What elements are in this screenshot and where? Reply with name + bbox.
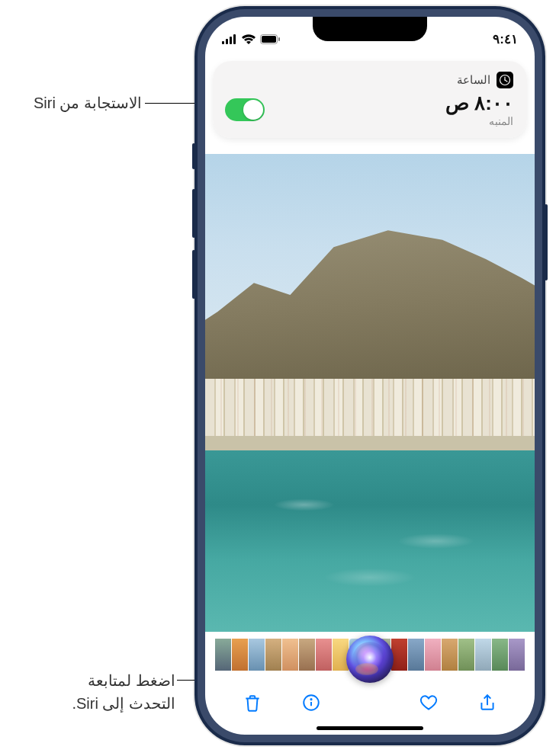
thumbnail[interactable] <box>391 639 407 671</box>
battery-icon <box>260 34 281 44</box>
svg-rect-3 <box>233 34 236 44</box>
svg-point-12 <box>311 699 312 700</box>
callout-siri-response: الاستجابة من Siri <box>5 91 142 114</box>
delete-button[interactable] <box>241 691 264 714</box>
thumbnail[interactable] <box>232 639 248 671</box>
thumbnail[interactable] <box>282 639 298 671</box>
svg-rect-0 <box>222 41 224 44</box>
thumbnail[interactable] <box>425 639 441 671</box>
photo-viewer[interactable] <box>205 154 535 632</box>
thumbnail[interactable] <box>509 639 525 671</box>
phone-screen: ٩:٤١ الساعة ٨:٠٠ ص المنبه <box>205 17 535 735</box>
alarm-toggle[interactable] <box>225 98 265 121</box>
thumbnail[interactable] <box>442 639 458 671</box>
favorite-button[interactable] <box>417 691 440 714</box>
svg-rect-1 <box>226 39 228 44</box>
silent-switch[interactable] <box>192 143 195 169</box>
svg-rect-6 <box>278 37 280 41</box>
info-button[interactable] <box>300 691 323 714</box>
status-time: ٩:٤١ <box>493 31 518 47</box>
thumbnail[interactable] <box>249 639 265 671</box>
thumbnail[interactable] <box>408 639 424 671</box>
thumbnail[interactable] <box>299 639 315 671</box>
clock-app-icon <box>497 72 513 88</box>
photo-sea <box>205 450 535 632</box>
thumbnail[interactable] <box>475 639 491 671</box>
svg-line-9 <box>505 80 507 82</box>
volume-up-button[interactable] <box>192 189 195 238</box>
svg-rect-2 <box>230 37 232 44</box>
siri-button[interactable] <box>346 636 394 683</box>
thumbnail[interactable] <box>316 639 332 671</box>
svg-rect-5 <box>262 36 276 43</box>
side-button[interactable] <box>545 204 548 280</box>
thumbnail[interactable] <box>265 639 281 671</box>
iphone-frame: ٩:٤١ الساعة ٨:٠٠ ص المنبه <box>194 6 545 745</box>
share-button[interactable] <box>476 691 499 714</box>
thumbnail[interactable] <box>458 639 474 671</box>
siri-card-app-name: الساعة <box>457 73 490 87</box>
alarm-label: المنبه <box>445 115 513 127</box>
cellular-icon <box>222 34 237 44</box>
siri-response-card[interactable]: الساعة ٨:٠٠ ص المنبه <box>213 61 527 138</box>
wifi-icon <box>242 34 256 44</box>
home-indicator[interactable] <box>317 726 423 730</box>
alarm-time: ٨:٠٠ ص <box>445 91 513 115</box>
photo-toolbar <box>205 680 535 726</box>
volume-down-button[interactable] <box>192 250 195 299</box>
callout-siri-continue: اضغط لمتابعة التحدث إلى Siri. <box>50 669 175 715</box>
thumbnail[interactable] <box>492 639 508 671</box>
notch <box>313 17 427 41</box>
status-icons-left <box>222 34 281 44</box>
thumbnail[interactable] <box>215 639 231 671</box>
